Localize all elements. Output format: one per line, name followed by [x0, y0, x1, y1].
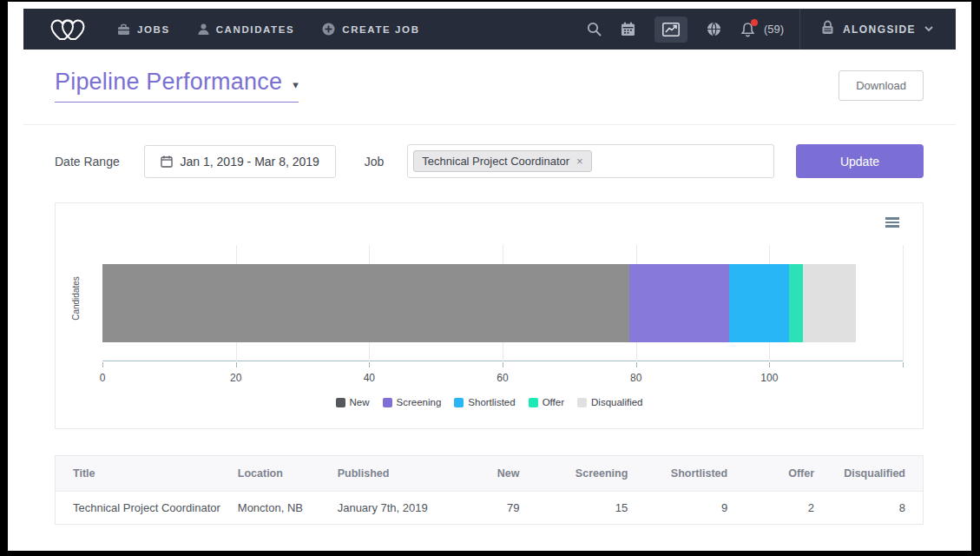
- legend-swatch: [529, 398, 538, 407]
- results-table-card: TitleLocationPublishedNewScreeningShortl…: [55, 455, 924, 525]
- gridline: [903, 245, 904, 361]
- legend-label: Screening: [397, 397, 442, 407]
- bar-segment-disqualified[interactable]: [803, 264, 856, 342]
- download-button[interactable]: Download: [839, 70, 924, 101]
- app-page: JOBS CANDIDATES CREATE JOB: [8, 2, 971, 551]
- axis-tick-label: 60: [497, 372, 508, 384]
- legend-swatch: [383, 398, 392, 407]
- table-cell: 79: [446, 491, 537, 524]
- legend-label: Shortlisted: [468, 397, 515, 407]
- axis-tick: [636, 362, 637, 367]
- remove-tag-icon[interactable]: ×: [576, 156, 583, 167]
- table-cell: 15: [536, 491, 645, 524]
- update-button[interactable]: Update: [796, 144, 924, 178]
- column-header-new: New: [446, 456, 537, 491]
- column-header-published: Published: [320, 456, 446, 491]
- table-cell: 9: [645, 491, 745, 524]
- top-navbar: JOBS CANDIDATES CREATE JOB: [23, 9, 956, 50]
- chart-y-axis-label: Candidates: [71, 260, 81, 338]
- table-cell: 8: [832, 491, 923, 524]
- legend-label: Disqualified: [591, 397, 642, 407]
- filters-bar: Date Range Jan 1, 2019 - Mar 8, 2019 Job…: [55, 144, 924, 178]
- chart-card: Candidates 020406080100 NewScreeningShor…: [55, 202, 924, 429]
- bar-segment-shortlisted[interactable]: [729, 264, 789, 342]
- date-range-label: Date Range: [55, 155, 120, 169]
- nav-item-create-job[interactable]: CREATE JOB: [322, 23, 419, 36]
- job-tag: Technical Project Coordinator ×: [413, 150, 591, 172]
- column-header-location: Location: [220, 456, 320, 491]
- bar-segment-offer[interactable]: [789, 264, 802, 342]
- date-range-value: Jan 1, 2019 - Mar 8, 2019: [181, 155, 319, 169]
- table-row[interactable]: Technical Project CoordinatorMoncton, NB…: [56, 491, 923, 524]
- notifications-bell-icon[interactable]: [740, 22, 755, 37]
- calendar-icon: [161, 156, 173, 168]
- axis-tick: [369, 362, 370, 367]
- legend-swatch: [336, 398, 345, 407]
- account-menu[interactable]: ALONGSIDE: [800, 9, 956, 50]
- axis-tick-label: 20: [230, 372, 241, 384]
- axis-tick-label: 100: [760, 372, 778, 384]
- table-cell: Technical Project Coordinator: [56, 491, 220, 524]
- chart-plot-area: 020406080100: [102, 245, 903, 361]
- axis-tick-label: 40: [364, 372, 375, 384]
- axis-tick-label: 0: [100, 372, 106, 384]
- table-body: Technical Project CoordinatorMoncton, NB…: [56, 491, 923, 524]
- date-range-input[interactable]: Jan 1, 2019 - Mar 8, 2019: [144, 145, 336, 178]
- legend-swatch: [454, 398, 464, 407]
- axis-tick-label: 80: [630, 372, 641, 384]
- axis-tick: [236, 362, 237, 367]
- notification-dot: [751, 19, 758, 26]
- globe-icon[interactable]: [707, 22, 721, 36]
- results-table: TitleLocationPublishedNewScreeningShortl…: [56, 456, 923, 524]
- nav-item-label: JOBS: [137, 24, 170, 35]
- report-selector[interactable]: Pipeline Performance ▾: [55, 69, 299, 103]
- analytics-chart-icon[interactable]: [654, 17, 687, 43]
- legend-item-screening[interactable]: Screening: [383, 397, 442, 407]
- table-cell: 2: [745, 491, 832, 524]
- axis-tick: [769, 362, 770, 367]
- job-tag-label: Technical Project Coordinator: [422, 155, 569, 168]
- legend-item-disqualified[interactable]: Disqualified: [577, 397, 642, 407]
- column-header-offer: Offer: [745, 456, 832, 491]
- legend-label: New: [350, 397, 370, 407]
- legend-item-offer[interactable]: Offer: [529, 397, 564, 407]
- legend-item-shortlisted[interactable]: Shortlisted: [454, 397, 515, 407]
- plus-circle-icon: [322, 23, 335, 36]
- column-header-disqualified: Disqualified: [832, 456, 923, 491]
- chart-menu-icon[interactable]: [885, 217, 899, 229]
- nav-item-label: CANDIDATES: [216, 24, 295, 35]
- bar-segment-new[interactable]: [102, 264, 629, 342]
- person-icon: [198, 23, 209, 36]
- notification-count[interactable]: (59): [764, 23, 784, 36]
- chevron-down-icon: [924, 26, 933, 32]
- legend-item-new[interactable]: New: [336, 397, 370, 407]
- nav-item-candidates[interactable]: CANDIDATES: [198, 23, 295, 36]
- nav-menu: JOBS CANDIDATES CREATE JOB: [117, 23, 420, 36]
- caret-down-icon: ▾: [293, 78, 299, 91]
- chart-legend: NewScreeningShortlistedOfferDisqualified: [56, 397, 923, 407]
- axis-tick: [503, 362, 503, 367]
- alongside-logo[interactable]: [49, 17, 86, 43]
- nav-item-label: CREATE JOB: [342, 24, 419, 35]
- job-select-input[interactable]: Technical Project Coordinator ×: [407, 144, 774, 178]
- legend-label: Offer: [543, 397, 564, 407]
- column-header-title: Title: [56, 456, 220, 491]
- lock-icon: [821, 20, 834, 38]
- legend-swatch: [577, 398, 587, 407]
- nav-item-jobs[interactable]: JOBS: [117, 23, 170, 36]
- axis-tick: [903, 362, 904, 367]
- table-header: TitleLocationPublishedNewScreeningShortl…: [56, 456, 923, 491]
- axis-tick: [102, 362, 103, 367]
- alongside-logo-icon: [49, 17, 86, 43]
- calendar-icon[interactable]: [621, 22, 635, 36]
- table-cell: January 7th, 2019: [320, 491, 446, 524]
- column-header-shortlisted: Shortlisted: [645, 456, 745, 491]
- job-label: Job: [365, 155, 385, 169]
- table-cell: Moncton, NB: [220, 491, 320, 524]
- briefcase-icon: [117, 23, 130, 36]
- bar-segment-screening[interactable]: [629, 264, 729, 342]
- search-icon[interactable]: [587, 22, 602, 36]
- account-name: ALONGSIDE: [843, 23, 916, 36]
- page-header: Pipeline Performance ▾ Download: [8, 50, 971, 103]
- header-divider: [23, 124, 956, 125]
